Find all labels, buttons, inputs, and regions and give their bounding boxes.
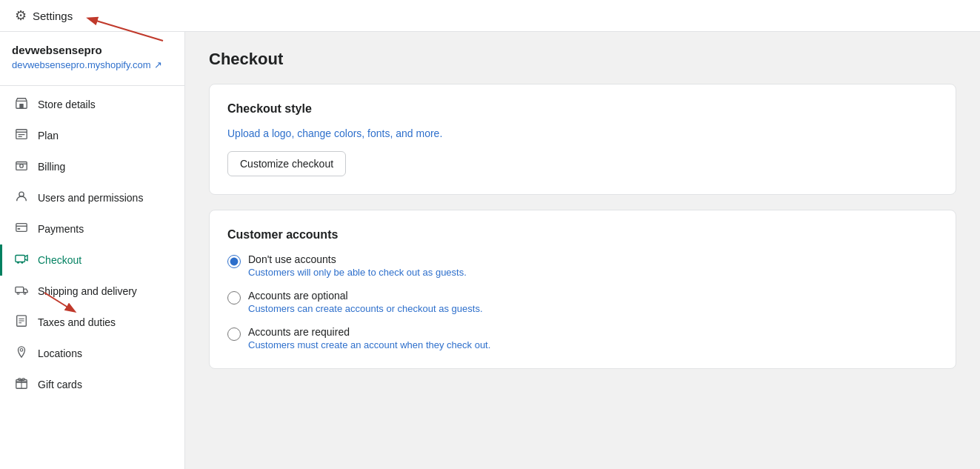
sidebar-label-gift-cards: Gift cards (38, 379, 173, 390)
checkout-style-description: Upload a logo, change colors, fonts, and… (227, 127, 938, 139)
sidebar-label-store-details: Store details (38, 99, 173, 110)
svg-rect-12 (16, 256, 25, 262)
sidebar-label-shipping: Shipping and delivery (38, 285, 173, 297)
radio-option-optional-accounts: Accounts are optional Customers can crea… (227, 290, 938, 314)
store-icon (14, 96, 29, 113)
sidebar-label-checkout: Checkout (38, 254, 173, 266)
svg-rect-5 (19, 134, 25, 135)
sidebar-label-taxes: Taxes and duties (38, 316, 173, 328)
sidebar-item-taxes[interactable]: Taxes and duties (0, 307, 184, 338)
radio-sublabel-required-accounts: Customers must create an account when th… (248, 339, 490, 350)
topbar-title: Settings (33, 10, 73, 22)
page-title: Checkout (209, 50, 956, 69)
svg-rect-3 (19, 104, 23, 108)
svg-point-13 (17, 262, 19, 264)
sidebar-label-payments: Payments (38, 223, 173, 235)
sidebar-item-checkout[interactable]: Checkout (0, 245, 184, 276)
svg-point-16 (17, 293, 19, 295)
radio-option-no-accounts: Don't use accounts Customers will only b… (227, 253, 938, 278)
sidebar-label-billing: Billing (38, 161, 173, 173)
radio-label-required-accounts: Accounts are required (248, 326, 490, 338)
svg-rect-11 (18, 228, 21, 230)
radio-label-no-accounts: Don't use accounts (248, 253, 467, 265)
svg-point-17 (24, 293, 26, 295)
sidebar-item-locations[interactable]: Locations (0, 338, 184, 369)
radio-option-required-accounts: Accounts are required Customers must cre… (227, 326, 938, 350)
payments-icon (14, 221, 29, 237)
billing-icon (14, 159, 29, 175)
sidebar-divider (0, 85, 184, 86)
svg-point-14 (21, 262, 24, 264)
gift-icon (14, 376, 29, 393)
plan-icon (14, 127, 29, 144)
svg-point-22 (20, 349, 23, 352)
topbar: ⚙ Settings (0, 0, 980, 32)
store-name: devwebsensepro (0, 44, 184, 59)
customize-checkout-button[interactable]: Customize checkout (227, 151, 346, 176)
sidebar-item-store-details[interactable]: Store details (0, 89, 184, 120)
taxes-icon (14, 314, 29, 330)
sidebar-label-users-permissions: Users and permissions (38, 192, 173, 204)
svg-rect-7 (16, 162, 27, 170)
customer-accounts-options: Don't use accounts Customers will only b… (227, 253, 938, 350)
shipping-icon (14, 283, 29, 299)
sidebar-item-billing[interactable]: Billing (0, 151, 184, 182)
sidebar-label-locations: Locations (38, 347, 173, 359)
radio-no-accounts[interactable] (227, 255, 241, 268)
sidebar: devwebsensepro devwebsensepro.myshopify.… (0, 32, 185, 469)
location-icon (14, 345, 29, 362)
sidebar-item-gift-cards[interactable]: Gift cards (0, 369, 184, 400)
radio-required-accounts[interactable] (227, 327, 241, 341)
customer-accounts-card: Customer accounts Don't use accounts Cus… (209, 210, 956, 369)
radio-sublabel-optional-accounts: Customers can create accounts or checkou… (248, 303, 483, 314)
content-area: Checkout Checkout style Upload a logo, c… (185, 32, 980, 469)
svg-point-8 (20, 164, 24, 168)
sidebar-item-payments[interactable]: Payments (0, 213, 184, 245)
sidebar-label-plan: Plan (38, 130, 173, 142)
svg-rect-10 (16, 224, 27, 232)
svg-rect-6 (19, 136, 22, 137)
checkout-icon (14, 252, 29, 268)
external-link-icon: ↗ (154, 59, 162, 70)
svg-rect-15 (16, 287, 24, 292)
checkout-style-title: Checkout style (227, 102, 938, 116)
checkout-style-card: Checkout style Upload a logo, change col… (209, 84, 956, 195)
sidebar-item-users-permissions[interactable]: Users and permissions (0, 182, 184, 213)
user-icon (14, 190, 29, 206)
radio-label-optional-accounts: Accounts are optional (248, 290, 483, 302)
main-layout: devwebsensepro devwebsensepro.myshopify.… (0, 32, 980, 469)
radio-sublabel-no-accounts: Customers will only be able to check out… (248, 267, 467, 278)
sidebar-item-plan[interactable]: Plan (0, 120, 184, 151)
radio-optional-accounts[interactable] (227, 291, 241, 305)
gear-icon: ⚙ (15, 7, 27, 24)
sidebar-item-shipping[interactable]: Shipping and delivery (0, 276, 184, 307)
customer-accounts-title: Customer accounts (227, 228, 938, 242)
store-link[interactable]: devwebsensepro.myshopify.com ↗ (0, 59, 184, 82)
